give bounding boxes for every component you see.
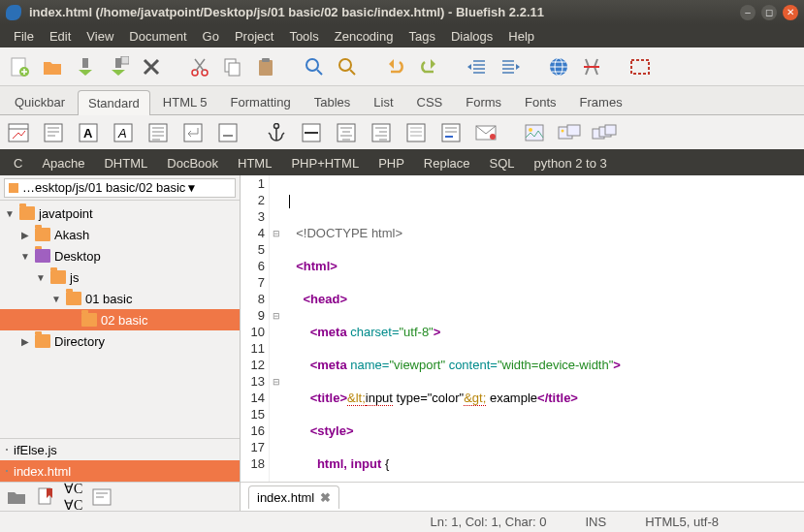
align-right-icon[interactable] [369,122,394,143]
svg-point-5 [192,70,198,76]
fullscreen-icon[interactable] [627,53,654,80]
file-item[interactable]: index.html [0,460,240,482]
tree-item[interactable]: ▼Desktop [0,245,240,266]
menu-document[interactable]: Document [121,29,194,44]
search-icon[interactable] [301,53,328,80]
tool-tabs: Quickbar Standard HTML 5 Formatting Tabl… [0,86,804,115]
filebrowser-tab-icon[interactable] [6,488,27,506]
lang-phphtml[interactable]: PHP+HTML [281,156,369,171]
tree-item[interactable]: ▶Akash [0,224,240,245]
bookmarks-tab-icon[interactable] [37,487,54,507]
menu-tools[interactable]: Tools [281,29,326,44]
fold-column[interactable]: ⊟⊟⊟ [270,175,283,482]
editor-tab-index[interactable]: index.html ✖ [248,485,339,509]
paste-icon[interactable] [252,53,279,80]
path-box: …esktop/js/01 basic/02 basic ▼ [0,175,240,201]
snippets-tab-icon[interactable] [92,488,112,506]
search-replace-icon[interactable] [334,53,361,80]
save-as-icon[interactable] [105,53,132,80]
charmap-tab-icon[interactable]: ∀C∀C [64,481,82,512]
file-list[interactable]: ifElse.jsindex.html [0,438,240,482]
tab-css[interactable]: CSS [406,89,454,114]
tab-fonts[interactable]: Fonts [514,89,567,114]
menu-dialogs[interactable]: Dialogs [443,29,500,44]
copy-icon[interactable] [219,53,246,80]
comment-icon[interactable] [403,122,429,143]
italic-icon[interactable]: A [111,122,136,143]
lang-sql[interactable]: SQL [480,156,525,171]
lang-docbook[interactable]: DocBook [157,156,228,171]
editor-tabs: index.html ✖ [241,482,804,511]
center-icon[interactable] [334,122,359,143]
quickstart-icon[interactable] [6,122,31,143]
tab-quickbar[interactable]: Quickbar [4,89,76,114]
tree-item[interactable]: ▶Directory [0,330,240,352]
tab-list[interactable]: List [363,89,403,114]
file-tree[interactable]: ▼javatpoint▶Akash▼Desktop▼js▼01 basic02 … [0,201,240,438]
svg-rect-30 [442,124,460,141]
paragraph-icon[interactable] [145,122,171,143]
file-item[interactable]: ifElse.js [0,439,240,460]
tab-forms[interactable]: Forms [455,89,512,114]
status-mode: HTML5, utf-8 [626,515,738,529]
tab-standard[interactable]: Standard [78,90,150,115]
tree-item[interactable]: ▼javatpoint [0,203,240,224]
bold-icon[interactable]: A [76,122,101,143]
menu-edit[interactable]: Edit [42,29,79,44]
svg-rect-24 [219,124,237,141]
anchor-icon[interactable] [264,122,289,143]
indent-icon[interactable] [497,53,524,80]
code-area[interactable]: 123456789101112131415161718 ⊟⊟⊟ <!DOCTYP… [241,175,804,482]
menu-help[interactable]: Help [500,29,542,44]
save-icon[interactable] [72,53,99,80]
svg-rect-27 [338,124,355,141]
tree-item[interactable]: ▼js [0,266,240,288]
lang-c[interactable]: C [4,156,32,171]
tree-item[interactable]: ▼01 basic [0,288,240,309]
menu-project[interactable]: Project [227,29,281,44]
lang-replace[interactable]: Replace [414,156,480,171]
new-file-icon[interactable] [6,53,33,80]
menu-file[interactable]: File [6,29,42,44]
body-icon[interactable] [41,122,66,143]
lang-html[interactable]: HTML [228,156,281,171]
browser-preview-icon[interactable] [545,53,572,80]
hr-icon[interactable] [299,122,324,143]
open-file-icon[interactable] [39,53,66,80]
unindent-icon[interactable] [464,53,491,80]
close-file-icon[interactable] [138,53,165,80]
menu-zencoding[interactable]: Zencoding [327,29,402,44]
thumbnail-icon[interactable] [557,122,582,143]
code-content[interactable]: <!DOCTYPE html> <html> <head> <meta char… [283,175,804,482]
cut-icon[interactable] [186,53,213,80]
nbsp-icon[interactable] [215,122,241,143]
break-icon[interactable] [180,122,206,143]
tab-frames[interactable]: Frames [569,89,633,114]
svg-rect-2 [82,58,88,68]
menu-go[interactable]: Go [195,29,227,44]
link-icon[interactable] [438,122,464,143]
maximize-button[interactable]: ◻ [761,5,777,20]
preferences-icon[interactable] [578,53,605,80]
menu-tags[interactable]: Tags [401,29,442,44]
image-icon[interactable] [522,122,547,143]
tab-html5[interactable]: HTML 5 [152,89,218,114]
tab-tables[interactable]: Tables [304,89,362,114]
tree-item[interactable]: 02 basic [0,309,240,330]
redo-icon[interactable] [415,53,442,80]
minimize-button[interactable]: – [740,5,756,20]
menu-view[interactable]: View [79,29,121,44]
lang-php[interactable]: PHP [369,156,414,171]
lang-python[interactable]: python 2 to 3 [525,156,617,171]
tab-formatting[interactable]: Formatting [220,89,302,114]
undo-icon[interactable] [382,53,409,80]
lang-dhtml[interactable]: DHTML [94,156,157,171]
email-icon[interactable] [473,122,498,143]
titlebar: index.html (/home/javatpoint/Desktop/js/… [0,0,804,24]
svg-rect-10 [262,58,270,62]
lang-apache[interactable]: Apache [32,156,94,171]
tab-close-icon[interactable]: ✖ [320,490,331,505]
multi-thumb-icon[interactable] [592,122,617,143]
close-button[interactable]: ✕ [783,5,798,20]
path-input[interactable]: …esktop/js/01 basic/02 basic ▼ [4,178,236,198]
